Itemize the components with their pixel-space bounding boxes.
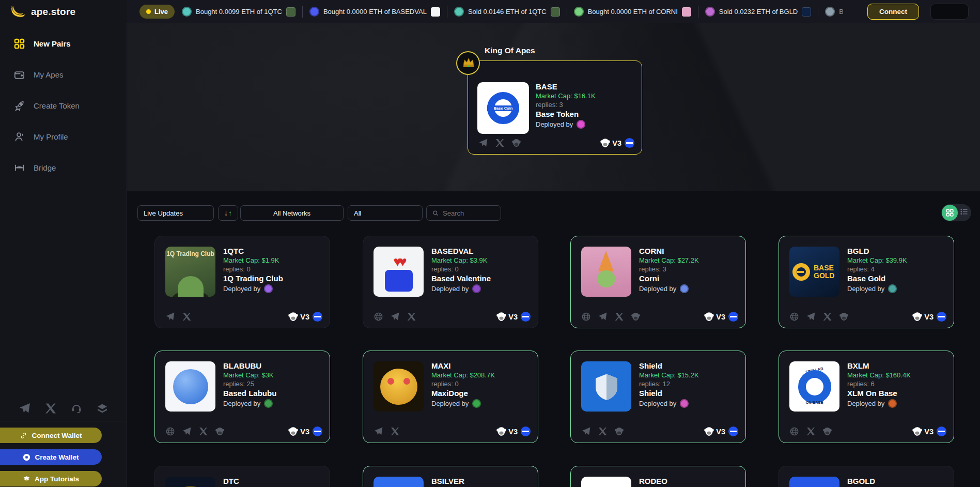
x-icon[interactable]	[390, 427, 400, 436]
sidebar-item-my-profile[interactable]: My Profile	[0, 126, 127, 147]
support-headset-icon[interactable]	[70, 402, 83, 415]
telegram-icon[interactable]	[374, 427, 383, 436]
ticker-item[interactable]: Bo	[825, 7, 843, 17]
website-icon[interactable]	[581, 312, 591, 322]
ticker-item[interactable]: Sold 0.0146 ETH of 1QTC	[454, 7, 560, 17]
ape-chat-icon[interactable]	[839, 312, 849, 322]
token-card-bxlm[interactable]: STELLAR ON BASE BXLM Market Cap: $160.4K…	[779, 351, 954, 443]
x-icon[interactable]	[822, 312, 832, 322]
ticker-item[interactable]: Bought 0.0000 ETH of CORNI	[574, 7, 691, 17]
token-thumb	[682, 7, 691, 17]
sidebar-item-bridge[interactable]: Bridge	[0, 157, 127, 178]
token-card-bgld[interactable]: BASE GOLD BGLD Market Cap: $39.9K replie…	[779, 236, 954, 328]
telegram-icon[interactable]	[165, 312, 175, 322]
replies-count: replies: 0	[431, 379, 533, 388]
version-label: V3	[924, 428, 934, 436]
deployer-avatar[interactable]	[680, 284, 689, 293]
deployer-avatar[interactable]	[472, 399, 481, 408]
token-card-bsilver[interactable]: BSILVER	[363, 466, 538, 487]
sort-direction-button[interactable]: ↓ ↑	[218, 205, 238, 221]
ape-chat-icon[interactable]	[822, 427, 832, 436]
ape-chat-icon[interactable]	[215, 427, 225, 436]
token-image	[165, 477, 215, 487]
token-card-maxi[interactable]: MAXI Market Cap: $208.7K replies: 0 Maxi…	[363, 351, 538, 443]
website-icon[interactable]	[374, 312, 383, 322]
version-label: V3	[612, 139, 621, 147]
topbar-secondary-button[interactable]	[930, 4, 969, 20]
ticker-item[interactable]: Bought 0.0000 ETH of BASEDVAL	[309, 7, 440, 17]
deployer-avatar[interactable]	[577, 120, 585, 129]
token-card-rodeo[interactable]: RODEO	[570, 466, 746, 487]
live-updates-dropdown[interactable]: Live Updates	[137, 205, 214, 221]
app-tutorials-button[interactable]: App Tutorials	[0, 471, 102, 486]
search-box[interactable]	[426, 205, 501, 221]
x-icon[interactable]	[44, 402, 57, 415]
x-icon[interactable]	[407, 312, 416, 322]
base-chain-icon	[625, 138, 634, 148]
connect-wallet-button[interactable]: Connect Wallet	[0, 428, 102, 443]
telegram-icon[interactable]	[806, 312, 816, 322]
create-wallet-button[interactable]: Create Wallet	[0, 449, 102, 465]
ape-chat-icon[interactable]	[614, 427, 624, 436]
connect-wallet-label: Connect Wallet	[32, 432, 82, 439]
ticker-text: Sold 0.0232 ETH of BGLD	[719, 8, 798, 16]
token-card-bgold[interactable]: BGOLD	[779, 466, 954, 487]
ape-version-icon	[704, 426, 714, 437]
grid-icon	[13, 38, 25, 50]
token-card-corni[interactable]: CORNI Market Cap: $27.2K replies: 3 Corn…	[570, 236, 746, 328]
token-card-basedval[interactable]: ♥♥ BASEDVAL Market Cap: $3.9K replies: 0…	[363, 236, 538, 328]
grid-view-button[interactable]	[942, 205, 958, 221]
token-card-dtc[interactable]: DTC	[154, 466, 330, 487]
sidebar-item-create-token[interactable]: Create Token	[0, 95, 127, 116]
x-icon[interactable]	[198, 427, 208, 436]
live-badge[interactable]: Live	[139, 5, 175, 19]
type-dropdown[interactable]: All	[348, 205, 423, 221]
deployed-by-label: Deployed by	[431, 285, 469, 293]
token-image	[581, 361, 631, 412]
ape-version-icon	[496, 311, 507, 322]
docs-icon[interactable]	[96, 402, 108, 415]
website-icon[interactable]	[165, 427, 175, 436]
ticker-item[interactable]: Bought 0.0099 ETH of 1QTC	[182, 7, 295, 17]
deployed-by-label: Deployed by	[223, 400, 260, 407]
x-icon[interactable]	[598, 427, 608, 436]
deployer-avatar[interactable]	[888, 284, 897, 293]
deployer-avatar[interactable]	[264, 284, 273, 293]
list-view-button[interactable]	[960, 207, 969, 218]
x-icon[interactable]	[182, 312, 192, 322]
ape-chat-icon[interactable]	[631, 312, 641, 322]
networks-dropdown[interactable]: All Networks	[240, 205, 344, 221]
website-icon[interactable]	[789, 427, 799, 436]
website-icon[interactable]	[789, 312, 799, 322]
telegram-icon[interactable]	[598, 312, 608, 322]
token-card-blabubu[interactable]: BLABUBU Market Cap: $3K replies: 25 Base…	[154, 351, 330, 443]
king-token-card[interactable]: Base Coin BASE Market Cap: $16.1K replie…	[468, 60, 642, 155]
x-icon[interactable]	[614, 312, 624, 322]
telegram-icon[interactable]	[182, 427, 192, 436]
connect-button[interactable]: Connect	[867, 4, 919, 20]
x-icon[interactable]	[495, 138, 505, 148]
base-chain-icon	[728, 427, 738, 436]
crown-badge	[456, 51, 480, 75]
telegram-icon[interactable]	[19, 402, 31, 415]
x-icon[interactable]	[806, 427, 816, 436]
social-links	[0, 402, 127, 415]
sidebar-item-new-pairs[interactable]: New Pairs	[0, 33, 127, 54]
logo[interactable]: ape.store	[0, 0, 127, 23]
telegram-icon[interactable]	[390, 312, 400, 322]
deployer-avatar[interactable]	[472, 284, 481, 293]
token-image: ♥♥	[374, 247, 424, 297]
telegram-icon[interactable]	[581, 427, 591, 436]
token-name: 1Q Trading Club	[223, 273, 324, 283]
deployer-avatar[interactable]	[680, 399, 689, 408]
ape-chat-icon[interactable]	[511, 138, 521, 148]
telegram-icon[interactable]	[478, 138, 488, 148]
sidebar-item-my-apes[interactable]: My Apes	[0, 64, 127, 85]
deployer-avatar[interactable]	[264, 399, 273, 408]
search-input[interactable]	[443, 209, 492, 217]
token-card-shield[interactable]: Shield Market Cap: $15.2K replies: 12 Sh…	[570, 351, 746, 443]
ticker-item[interactable]: Sold 0.0232 ETH of BGLD	[705, 7, 811, 17]
token-card-1qtc[interactable]: 1Q Trading Club 1QTC Market Cap: $1.9K r…	[154, 236, 330, 328]
deployer-avatar[interactable]	[888, 399, 897, 408]
ticker-text: Bought 0.0000 ETH of BASEDVAL	[323, 8, 427, 16]
